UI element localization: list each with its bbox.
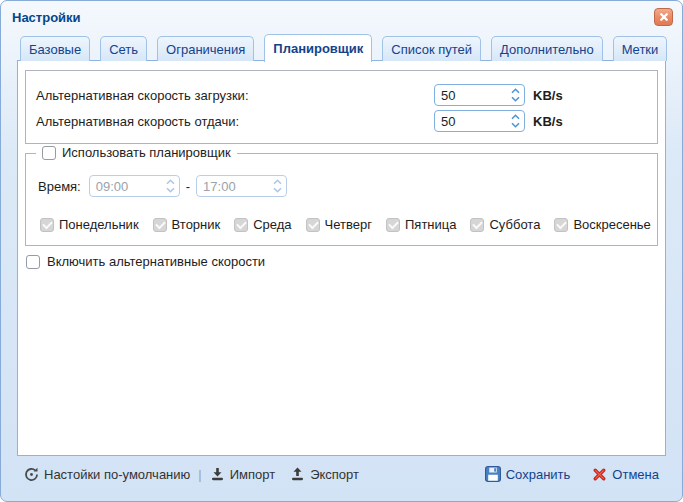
defaults-button-label: Настойки по-умолчанию [44, 467, 190, 482]
tab-path-list[interactable]: Список путей [382, 36, 481, 61]
alt-upload-row: Альтернативная скорость отдачи: KB/s [36, 108, 647, 134]
alt-download-label: Альтернативная скорость загрузки: [36, 88, 434, 103]
spinner-down-icon [511, 122, 520, 128]
enable-alt-speeds-checkbox[interactable] [26, 255, 40, 269]
scheduler-days-row: Понедельник Вторник Среда Четверг Пятниц… [40, 217, 649, 232]
settings-window: Настройки Базовые Сеть Ограничения Плани… [0, 0, 683, 502]
day-checkbox-friday [386, 218, 400, 232]
time-to-spin-buttons [269, 176, 286, 196]
close-button[interactable] [654, 8, 673, 26]
day-checkbox-wednesday [234, 218, 248, 232]
day-item-wednesday: Среда [234, 217, 291, 232]
tab-advanced[interactable]: Дополнительно [491, 36, 603, 61]
day-label-saturday: Суббота [489, 217, 540, 232]
titlebar: Настройки [12, 8, 673, 28]
alt-upload-label: Альтернативная скорость отдачи: [36, 114, 434, 129]
window-title: Настройки [12, 10, 81, 25]
tab-content-panel: Альтернативная скорость загрузки: KB/s А… [17, 60, 666, 456]
toolbar-right-group: Сохранить Отмена [482, 464, 662, 484]
alt-upload-spinner[interactable] [434, 110, 525, 132]
scheduler-legend: Использовать планировщик [36, 145, 237, 160]
defaults-button[interactable]: Настойки по-умолчанию [21, 465, 193, 484]
export-button[interactable]: Экспорт [287, 465, 362, 484]
time-to-input [197, 176, 269, 196]
alt-speed-group: Альтернативная скорость загрузки: KB/s А… [25, 70, 658, 144]
enable-alt-speeds-label: Включить альтернативные скорости [47, 254, 265, 269]
time-from-input [90, 176, 162, 196]
day-item-sunday: Воскресенье [554, 217, 650, 232]
day-label-sunday: Воскресенье [573, 217, 650, 232]
tab-limits[interactable]: Ограничения [157, 36, 254, 61]
day-label-thursday: Четверг [325, 217, 372, 232]
spinner-up-icon [511, 114, 520, 120]
save-button-label: Сохранить [506, 467, 571, 482]
reset-icon [24, 467, 39, 482]
day-checkbox-saturday [470, 218, 484, 232]
tab-basic[interactable]: Базовые [20, 36, 90, 61]
alt-upload-unit: KB/s [533, 114, 563, 129]
scheduler-time-row: Время: - [38, 175, 287, 197]
time-from-spin-buttons [162, 176, 179, 196]
alt-upload-spin-buttons[interactable] [507, 111, 524, 131]
day-checkbox-sunday [554, 218, 568, 232]
export-icon [290, 467, 305, 481]
day-label-wednesday: Среда [253, 217, 291, 232]
spinner-up-icon [273, 179, 282, 185]
alt-download-unit: KB/s [533, 88, 563, 103]
enable-alt-speeds-row[interactable]: Включить альтернативные скорости [26, 254, 265, 269]
import-icon [210, 467, 225, 481]
cancel-button[interactable]: Отмена [589, 465, 662, 484]
day-label-monday: Понедельник [59, 217, 139, 232]
tab-bar: Базовые Сеть Ограничения Планировщик Спи… [20, 33, 665, 61]
day-label-tuesday: Вторник [172, 217, 221, 232]
use-scheduler-checkbox[interactable] [42, 146, 56, 160]
day-item-thursday: Четверг [306, 217, 372, 232]
spinner-up-icon [511, 88, 520, 94]
import-button[interactable]: Импорт [207, 465, 278, 484]
time-label: Время: [38, 179, 81, 194]
alt-download-input[interactable] [435, 85, 507, 105]
time-from-spinner [89, 175, 180, 197]
day-item-monday: Понедельник [40, 217, 139, 232]
bottom-toolbar: Настойки по-умолчанию | Импорт Экспорт С… [17, 459, 666, 489]
spinner-down-icon [511, 96, 520, 102]
save-icon [485, 466, 501, 482]
toolbar-separator: | [198, 467, 201, 482]
spinner-down-icon [166, 187, 175, 193]
alt-download-spinner[interactable] [434, 84, 525, 106]
day-checkbox-thursday [306, 218, 320, 232]
time-range-separator: - [186, 179, 190, 194]
day-checkbox-tuesday [153, 218, 167, 232]
use-scheduler-label: Использовать планировщик [62, 145, 231, 160]
close-icon [659, 12, 669, 22]
tab-scheduler[interactable]: Планировщик [264, 34, 372, 62]
day-checkbox-monday [40, 218, 54, 232]
time-to-spinner [196, 175, 287, 197]
scheduler-fieldset: Использовать планировщик Время: - [25, 153, 658, 246]
day-item-saturday: Суббота [470, 217, 540, 232]
cancel-icon [592, 467, 607, 482]
day-item-friday: Пятница [386, 217, 456, 232]
day-label-friday: Пятница [405, 217, 456, 232]
tab-network[interactable]: Сеть [100, 36, 147, 61]
alt-download-row: Альтернативная скорость загрузки: KB/s [36, 82, 647, 108]
day-item-tuesday: Вторник [153, 217, 221, 232]
cancel-button-label: Отмена [612, 467, 659, 482]
spinner-down-icon [273, 187, 282, 193]
import-button-label: Импорт [230, 467, 275, 482]
tab-labels[interactable]: Метки [613, 36, 668, 61]
alt-upload-input[interactable] [435, 111, 507, 131]
alt-download-spin-buttons[interactable] [507, 85, 524, 105]
save-button[interactable]: Сохранить [482, 464, 574, 484]
export-button-label: Экспорт [310, 467, 359, 482]
spinner-up-icon [166, 179, 175, 185]
